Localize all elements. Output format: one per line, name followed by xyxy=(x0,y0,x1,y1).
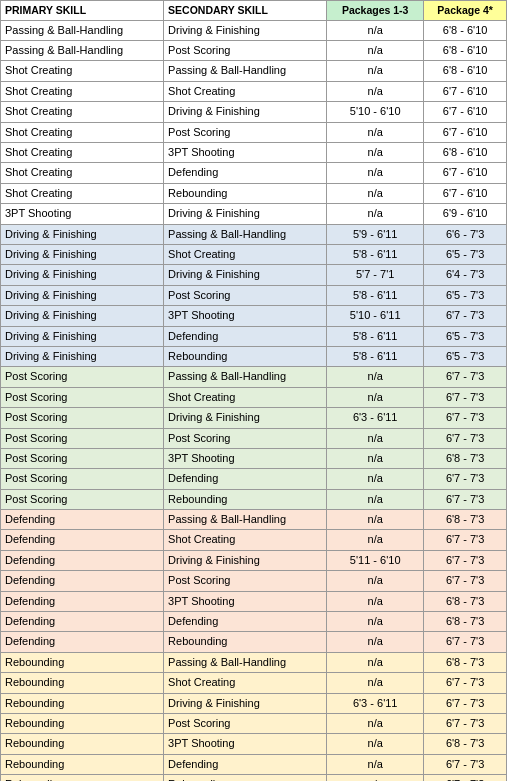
package4-cell: 6'8 - 6'10 xyxy=(424,41,507,61)
table-row: Post ScoringPassing & Ball-Handlingn/a6'… xyxy=(1,367,507,387)
packages13-cell: n/a xyxy=(327,61,424,81)
primary-skill-cell: Post Scoring xyxy=(1,448,164,468)
table-row: ReboundingDefendingn/a6'7 - 7'3 xyxy=(1,754,507,774)
primary-skill-cell: Defending xyxy=(1,550,164,570)
secondary-skill-cell: Rebounding xyxy=(164,632,327,652)
package4-cell: 6'8 - 6'10 xyxy=(424,20,507,40)
packages13-cell: n/a xyxy=(327,367,424,387)
package4-cell: 6'7 - 7'3 xyxy=(424,550,507,570)
secondary-skill-cell: Rebounding xyxy=(164,346,327,366)
primary-skill-cell: Post Scoring xyxy=(1,428,164,448)
primary-skill-cell: Defending xyxy=(1,571,164,591)
primary-skill-cell: Shot Creating xyxy=(1,143,164,163)
secondary-skill-cell: Defending xyxy=(164,469,327,489)
packages13-cell: 5'10 - 6'11 xyxy=(327,306,424,326)
package4-cell: 6'7 - 7'3 xyxy=(424,530,507,550)
packages13-cell: n/a xyxy=(327,713,424,733)
package4-cell: 6'7 - 7'3 xyxy=(424,367,507,387)
primary-skill-cell: Driving & Finishing xyxy=(1,346,164,366)
secondary-skill-cell: Defending xyxy=(164,754,327,774)
col-header-secondary: SECONDARY SKILL xyxy=(164,1,327,21)
secondary-skill-cell: Driving & Finishing xyxy=(164,550,327,570)
packages13-cell: n/a xyxy=(327,448,424,468)
secondary-skill-cell: Driving & Finishing xyxy=(164,265,327,285)
packages13-cell: n/a xyxy=(327,163,424,183)
packages13-cell: n/a xyxy=(327,122,424,142)
secondary-skill-cell: Post Scoring xyxy=(164,713,327,733)
package4-cell: 6'5 - 7'3 xyxy=(424,244,507,264)
package4-cell: 6'7 - 7'3 xyxy=(424,489,507,509)
skill-table: PRIMARY SKILL SECONDARY SKILL Packages 1… xyxy=(0,0,507,781)
package4-cell: 6'7 - 6'10 xyxy=(424,81,507,101)
primary-skill-cell: Driving & Finishing xyxy=(1,326,164,346)
secondary-skill-cell: 3PT Shooting xyxy=(164,591,327,611)
secondary-skill-cell: 3PT Shooting xyxy=(164,143,327,163)
table-row: ReboundingReboundingn/a6'7 - 7'3 xyxy=(1,775,507,781)
primary-skill-cell: Driving & Finishing xyxy=(1,244,164,264)
secondary-skill-cell: Rebounding xyxy=(164,489,327,509)
packages13-cell: n/a xyxy=(327,81,424,101)
packages13-cell: 6'3 - 6'11 xyxy=(327,408,424,428)
packages13-cell: 5'8 - 6'11 xyxy=(327,346,424,366)
primary-skill-cell: Shot Creating xyxy=(1,61,164,81)
secondary-skill-cell: Shot Creating xyxy=(164,244,327,264)
secondary-skill-cell: Driving & Finishing xyxy=(164,408,327,428)
table-row: Driving & FinishingDefending5'8 - 6'116'… xyxy=(1,326,507,346)
primary-skill-cell: Driving & Finishing xyxy=(1,285,164,305)
primary-skill-cell: Post Scoring xyxy=(1,387,164,407)
package4-cell: 6'8 - 7'3 xyxy=(424,652,507,672)
packages13-cell: 5'11 - 6'10 xyxy=(327,550,424,570)
primary-skill-cell: Rebounding xyxy=(1,754,164,774)
table-row: DefendingShot Creatingn/a6'7 - 7'3 xyxy=(1,530,507,550)
table-row: Shot CreatingShot Creatingn/a6'7 - 6'10 xyxy=(1,81,507,101)
primary-skill-cell: Post Scoring xyxy=(1,408,164,428)
secondary-skill-cell: Passing & Ball-Handling xyxy=(164,652,327,672)
packages13-cell: n/a xyxy=(327,591,424,611)
col-header-primary: PRIMARY SKILL xyxy=(1,1,164,21)
package4-cell: 6'7 - 7'3 xyxy=(424,775,507,781)
packages13-cell: n/a xyxy=(327,612,424,632)
secondary-skill-cell: 3PT Shooting xyxy=(164,448,327,468)
secondary-skill-cell: Rebounding xyxy=(164,775,327,781)
table-row: 3PT ShootingDriving & Finishingn/a6'9 - … xyxy=(1,204,507,224)
secondary-skill-cell: 3PT Shooting xyxy=(164,734,327,754)
primary-skill-cell: Post Scoring xyxy=(1,469,164,489)
table-row: ReboundingPassing & Ball-Handlingn/a6'8 … xyxy=(1,652,507,672)
package4-cell: 6'8 - 7'3 xyxy=(424,612,507,632)
packages13-cell: n/a xyxy=(327,734,424,754)
packages13-cell: n/a xyxy=(327,428,424,448)
primary-skill-cell: Driving & Finishing xyxy=(1,224,164,244)
packages13-cell: n/a xyxy=(327,469,424,489)
packages13-cell: n/a xyxy=(327,673,424,693)
secondary-skill-cell: Passing & Ball-Handling xyxy=(164,367,327,387)
packages13-cell: 5'10 - 6'10 xyxy=(327,102,424,122)
package4-cell: 6'7 - 7'3 xyxy=(424,428,507,448)
table-row: Post ScoringShot Creatingn/a6'7 - 7'3 xyxy=(1,387,507,407)
table-row: Shot CreatingReboundingn/a6'7 - 6'10 xyxy=(1,183,507,203)
packages13-cell: n/a xyxy=(327,143,424,163)
secondary-skill-cell: Defending xyxy=(164,326,327,346)
table-row: Post ScoringPost Scoringn/a6'7 - 7'3 xyxy=(1,428,507,448)
secondary-skill-cell: Driving & Finishing xyxy=(164,20,327,40)
secondary-skill-cell: Shot Creating xyxy=(164,81,327,101)
secondary-skill-cell: Shot Creating xyxy=(164,530,327,550)
table-row: Driving & FinishingRebounding5'8 - 6'116… xyxy=(1,346,507,366)
packages13-cell: n/a xyxy=(327,204,424,224)
secondary-skill-cell: Passing & Ball-Handling xyxy=(164,61,327,81)
package4-cell: 6'8 - 7'3 xyxy=(424,734,507,754)
packages13-cell: n/a xyxy=(327,387,424,407)
packages13-cell: 5'8 - 6'11 xyxy=(327,326,424,346)
package4-cell: 6'8 - 7'3 xyxy=(424,448,507,468)
table-row: Rebounding3PT Shootingn/a6'8 - 7'3 xyxy=(1,734,507,754)
package4-cell: 6'7 - 7'3 xyxy=(424,469,507,489)
primary-skill-cell: Rebounding xyxy=(1,713,164,733)
table-row: ReboundingPost Scoringn/a6'7 - 7'3 xyxy=(1,713,507,733)
primary-skill-cell: Post Scoring xyxy=(1,489,164,509)
primary-skill-cell: Defending xyxy=(1,612,164,632)
package4-cell: 6'5 - 7'3 xyxy=(424,326,507,346)
table-row: Passing & Ball-HandlingDriving & Finishi… xyxy=(1,20,507,40)
primary-skill-cell: Post Scoring xyxy=(1,367,164,387)
package4-cell: 6'7 - 7'3 xyxy=(424,713,507,733)
table-row: Shot CreatingPost Scoringn/a6'7 - 6'10 xyxy=(1,122,507,142)
secondary-skill-cell: Post Scoring xyxy=(164,41,327,61)
